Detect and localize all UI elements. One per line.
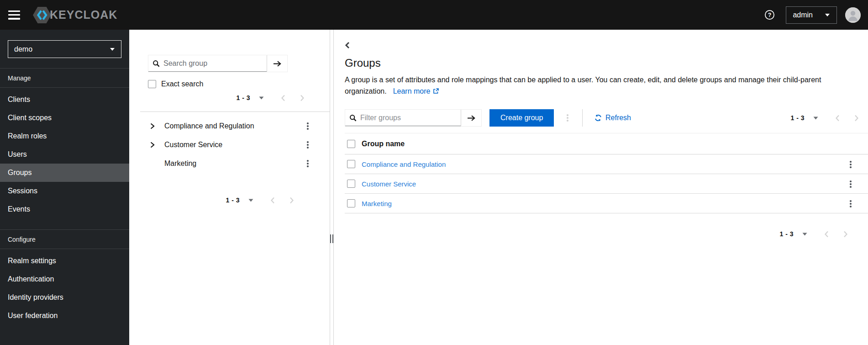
sidebar-item-events[interactable]: Events xyxy=(0,200,129,218)
previous-page-button[interactable] xyxy=(824,231,829,238)
tree-item-label: Compliance and Regulation xyxy=(164,122,254,130)
groups-main-panel: Groups A group is a set of attributes an… xyxy=(334,30,868,345)
select-all-checkbox[interactable] xyxy=(347,140,355,148)
search-icon xyxy=(349,114,357,122)
filter-groups-input[interactable] xyxy=(357,114,461,122)
collapse-panel-button[interactable] xyxy=(345,41,353,49)
panel-resize-splitter[interactable] xyxy=(330,30,334,345)
group-link[interactable]: Marketing xyxy=(362,200,392,207)
row-checkbox[interactable] xyxy=(347,160,355,168)
kebab-menu-icon[interactable] xyxy=(305,158,310,169)
row-checkbox[interactable] xyxy=(347,180,355,188)
sidebar-item-clients[interactable]: Clients xyxy=(0,90,129,109)
spacer xyxy=(0,58,129,68)
sidebar-item-label: User federation xyxy=(8,312,58,320)
user-menu-dropdown[interactable]: admin xyxy=(786,6,837,24)
kebab-menu-icon[interactable] xyxy=(848,159,853,170)
sidebar-nav: demo Manage Clients Client scopes Realm … xyxy=(0,30,129,345)
sidebar-item-client-scopes[interactable]: Client scopes xyxy=(0,109,129,127)
sidebar-item-label: Groups xyxy=(8,169,32,177)
kebab-menu-icon[interactable] xyxy=(305,139,310,150)
next-page-button[interactable] xyxy=(300,95,305,101)
kebab-menu-icon[interactable] xyxy=(848,198,853,209)
search-submit-button[interactable] xyxy=(267,55,287,72)
create-group-button[interactable]: Create group xyxy=(489,109,554,127)
keycloak-hexagon-icon xyxy=(32,6,52,24)
sidebar-item-realm-settings[interactable]: Realm settings xyxy=(0,252,129,270)
filter-groups xyxy=(345,109,482,127)
chevron-down-icon[interactable] xyxy=(248,199,253,202)
table-row: Marketing xyxy=(345,194,868,213)
pagination-range: 1 - 3 xyxy=(236,94,250,101)
previous-page-button[interactable] xyxy=(270,197,275,204)
search-group-input[interactable] xyxy=(160,59,267,68)
chevron-left-icon xyxy=(345,42,350,49)
groups-toolbar: Create group Refresh 1 - 3 xyxy=(345,109,868,127)
kebab-menu-icon[interactable] xyxy=(305,121,310,132)
tree-item-customer-service[interactable]: Customer Service xyxy=(129,135,330,154)
tree-item-marketing[interactable]: Marketing xyxy=(129,154,330,173)
nav-section-manage: Manage xyxy=(0,69,129,87)
sidebar-item-sessions[interactable]: Sessions xyxy=(0,182,129,200)
page-description: A group is a set of attributes and role … xyxy=(345,74,851,97)
previous-page-button[interactable] xyxy=(835,115,840,122)
chevron-right-icon[interactable] xyxy=(150,123,155,129)
previous-page-button[interactable] xyxy=(281,95,285,101)
user-menu-label: admin xyxy=(793,11,813,19)
chevron-down-icon xyxy=(825,13,830,17)
table-pagination-top: 1 - 3 xyxy=(790,114,859,122)
divider xyxy=(582,109,583,127)
arrow-right-icon xyxy=(273,61,281,67)
tree-item-compliance-and-regulation[interactable]: Compliance and Regulation xyxy=(129,117,330,135)
table-header-row: Group name xyxy=(345,133,868,154)
sidebar-item-users[interactable]: Users xyxy=(0,145,129,164)
row-checkbox[interactable] xyxy=(347,199,355,207)
drag-handle-icon[interactable] xyxy=(330,234,333,243)
keycloak-logo[interactable]: KEYCLOAK xyxy=(32,6,117,24)
groups-tree-panel: Exact search 1 - 3 Compliance and Regula… xyxy=(129,30,330,345)
sidebar-item-identity-providers[interactable]: Identity providers xyxy=(0,288,129,307)
sidebar-item-label: Realm settings xyxy=(8,257,56,265)
filter-submit-button[interactable] xyxy=(461,110,481,126)
search-icon xyxy=(153,60,160,67)
pagination-range: 1 - 3 xyxy=(790,114,805,122)
top-bar: KEYCLOAK ? admin xyxy=(0,0,868,30)
table-pagination-bottom: 1 - 3 xyxy=(345,230,848,238)
sidebar-item-user-federation[interactable]: User federation xyxy=(0,307,129,325)
chevron-down-icon[interactable] xyxy=(813,117,818,120)
sidebar-item-authentication[interactable]: Authentication xyxy=(0,270,129,288)
kebab-menu-icon[interactable] xyxy=(848,179,853,190)
avatar[interactable] xyxy=(845,7,861,23)
realm-selector[interactable]: demo xyxy=(8,40,121,58)
learn-more-link[interactable]: Learn more xyxy=(393,87,439,95)
group-link[interactable]: Compliance and Regulation xyxy=(362,160,446,168)
chevron-down-icon[interactable] xyxy=(259,96,264,100)
tree-pagination-top: 1 - 3 xyxy=(129,94,305,101)
pagination-range: 1 - 3 xyxy=(779,230,794,238)
hamburger-menu-icon[interactable] xyxy=(8,11,20,20)
chevron-right-icon[interactable] xyxy=(150,142,155,148)
sidebar-item-label: Identity providers xyxy=(8,293,63,302)
exact-search-label: Exact search xyxy=(161,80,203,88)
sidebar-item-groups[interactable]: Groups xyxy=(0,164,129,182)
refresh-icon xyxy=(594,114,602,122)
column-header-group-name: Group name xyxy=(362,140,405,148)
sidebar-item-label: Realm roles xyxy=(8,132,47,140)
next-page-button[interactable] xyxy=(289,197,294,204)
chevron-down-icon[interactable] xyxy=(802,233,807,236)
exact-search-checkbox[interactable] xyxy=(148,80,156,88)
sidebar-item-realm-roles[interactable]: Realm roles xyxy=(0,127,129,145)
group-link[interactable]: Customer Service xyxy=(362,180,416,188)
refresh-button[interactable]: Refresh xyxy=(594,114,631,122)
table-row: Customer Service xyxy=(345,174,868,194)
tree-pagination-bottom: 1 - 3 xyxy=(129,196,294,204)
next-page-button[interactable] xyxy=(843,231,848,238)
kebab-menu-icon[interactable] xyxy=(565,112,570,123)
help-icon[interactable]: ? xyxy=(764,10,775,20)
tree-item-label: Marketing xyxy=(164,159,196,168)
svg-text:?: ? xyxy=(768,12,772,18)
exact-search-option: Exact search xyxy=(148,80,330,88)
table-row: Compliance and Regulation xyxy=(345,154,868,174)
spacer xyxy=(0,219,129,229)
next-page-button[interactable] xyxy=(854,115,859,122)
